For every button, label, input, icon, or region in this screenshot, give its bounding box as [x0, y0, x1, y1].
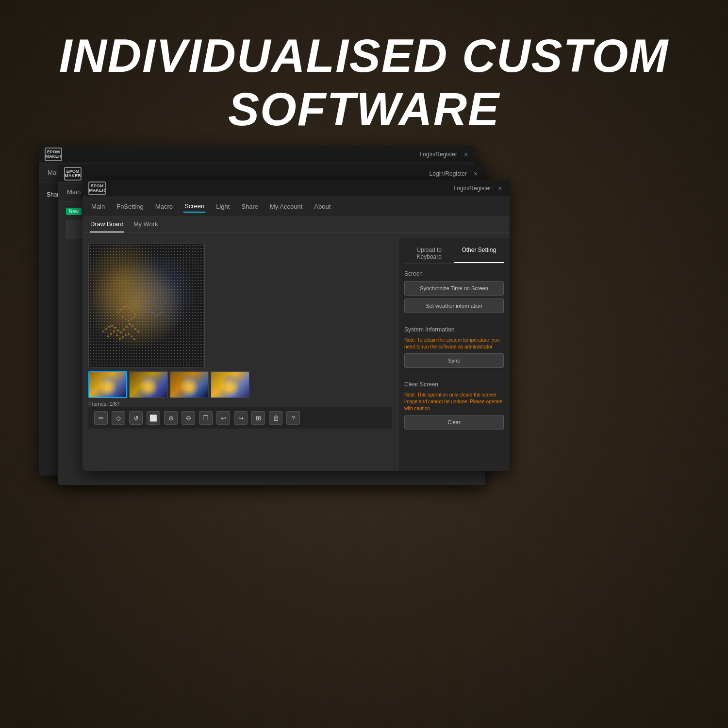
svg-point-40	[123, 306, 125, 308]
system-info-note: Note: To obtain the system temperature, …	[404, 337, 504, 350]
login-register-3[interactable]: Login/Register	[454, 185, 491, 192]
svg-point-13	[107, 335, 109, 337]
svg-point-44	[134, 313, 136, 315]
tab-other-setting[interactable]: Other Setting	[454, 244, 504, 263]
tool-rotate[interactable]: ↺	[129, 411, 143, 425]
close-btn-2[interactable]: ×	[472, 170, 480, 178]
svg-point-35	[155, 315, 157, 317]
thumb-img-3	[170, 372, 208, 397]
frames-info: Frames: 1/87	[88, 401, 392, 407]
svg-point-43	[132, 310, 133, 312]
close-btn-3[interactable]: ×	[496, 184, 504, 192]
tool-select[interactable]: ⬜	[147, 411, 160, 425]
nav-share-3[interactable]: Share	[240, 201, 259, 212]
svg-point-18	[122, 336, 124, 338]
divider-1	[404, 321, 504, 321]
logo-box-3: EPOMMAKER	[88, 182, 106, 195]
right-panel: Upload to Keyboard Other Setting Screen …	[398, 238, 510, 471]
svg-point-32	[146, 311, 148, 313]
svg-point-7	[123, 329, 125, 331]
thumb-img-4	[211, 372, 249, 397]
svg-point-33	[149, 309, 151, 311]
login-register-2[interactable]: Login/Register	[430, 170, 467, 177]
window-3-nav: Main FnSetting Macro Screen Light Share …	[83, 197, 510, 216]
svg-point-3	[111, 325, 113, 327]
svg-point-39	[120, 309, 122, 311]
tab-mywork[interactable]: My Work	[133, 220, 158, 232]
main-title: INDIVIDUALISED CUSTOM SOFTWARE	[0, 29, 728, 136]
svg-point-1	[105, 328, 107, 330]
tool-redo[interactable]: ↪	[234, 411, 248, 425]
thumb-img-2	[130, 372, 167, 397]
tool-remove[interactable]: ⊖	[182, 411, 195, 425]
svg-point-6	[120, 331, 122, 333]
nav-main-3[interactable]: Main	[90, 201, 106, 212]
clear-btn[interactable]: Clear	[404, 415, 504, 430]
svg-point-14	[110, 333, 112, 335]
nav-fnsetting-3[interactable]: FnSetting	[116, 201, 145, 212]
svg-point-0	[102, 331, 104, 332]
system-info-title: System Information	[404, 326, 504, 333]
nav-screen-3[interactable]: Screen	[183, 200, 205, 213]
svg-point-48	[131, 318, 132, 320]
window-3-controls: Login/Register ×	[454, 184, 504, 192]
tab-upload-keyboard[interactable]: Upload to Keyboard	[404, 244, 454, 263]
svg-point-26	[150, 300, 152, 302]
tool-copy[interactable]: ❒	[199, 411, 213, 425]
svg-point-46	[125, 318, 127, 320]
svg-point-21	[131, 335, 132, 337]
svg-point-24	[144, 304, 146, 306]
svg-point-17	[119, 338, 121, 340]
svg-point-42	[129, 307, 131, 309]
clear-screen-title: Clear Screen	[404, 381, 504, 388]
nav-macro-3[interactable]: Macro	[154, 201, 174, 212]
thumb-2[interactable]	[129, 371, 168, 398]
close-btn-1[interactable]: ×	[462, 150, 470, 158]
tool-undo[interactable]: ↩	[216, 411, 230, 425]
window-3-titlebar: EPOMMAKER Login/Register ×	[83, 180, 510, 197]
canvas-area[interactable]	[88, 244, 205, 367]
thumb-4[interactable]	[211, 371, 249, 398]
thumb-img-1	[89, 372, 126, 397]
nav-myaccount-3[interactable]: My Account	[269, 201, 303, 212]
tool-add[interactable]: ⊕	[164, 411, 178, 425]
logo-box-1: EPOMMAKER	[45, 148, 62, 161]
svg-point-34	[152, 312, 154, 314]
nav-main-2[interactable]: Main	[66, 186, 82, 198]
tool-pencil[interactable]: ✏	[94, 411, 108, 425]
svg-point-22	[133, 338, 135, 340]
window-1-titlebar: EPOMMAKER Login/Register ×	[39, 146, 476, 163]
tool-help[interactable]: ?	[286, 411, 300, 425]
set-weather-btn[interactable]: Set weather information	[404, 298, 504, 313]
svg-point-37	[161, 311, 163, 313]
svg-point-49	[133, 316, 135, 318]
login-register-1[interactable]: Login/Register	[420, 151, 457, 158]
svg-point-8	[126, 326, 128, 328]
window-1-logo: EPOMMAKER	[45, 148, 62, 161]
canvas-svg	[89, 244, 205, 367]
sync-time-btn[interactable]: Synchronize Time on Screen	[404, 281, 504, 296]
thumb-3[interactable]	[170, 371, 209, 398]
svg-point-45	[122, 316, 124, 318]
thumb-1[interactable]	[88, 371, 127, 398]
tool-grid[interactable]: ⊞	[251, 411, 265, 425]
nav-light-3[interactable]: Light	[215, 201, 231, 212]
svg-point-27	[153, 302, 155, 304]
window-2-controls: Login/Register ×	[430, 170, 480, 178]
sync-btn[interactable]: Sync	[404, 353, 504, 368]
divider-2	[404, 376, 504, 376]
screen-section-title: Screen	[404, 270, 504, 277]
tab-drawboard[interactable]: Draw Board	[90, 220, 124, 232]
svg-point-2	[108, 326, 110, 328]
logo-box-2: EPOMMAKER	[64, 167, 82, 181]
svg-point-19	[125, 334, 127, 336]
nav-about-3[interactable]: About	[313, 201, 331, 212]
svg-point-25	[147, 301, 149, 303]
svg-point-23	[141, 306, 143, 308]
svg-point-16	[116, 334, 118, 336]
svg-point-10	[132, 325, 133, 327]
window-3-logo: EPOMMAKER	[88, 182, 106, 195]
new-badge: New	[66, 208, 82, 215]
tool-delete[interactable]: 🗑	[269, 411, 282, 425]
tool-eraser[interactable]: ◇	[112, 411, 125, 425]
